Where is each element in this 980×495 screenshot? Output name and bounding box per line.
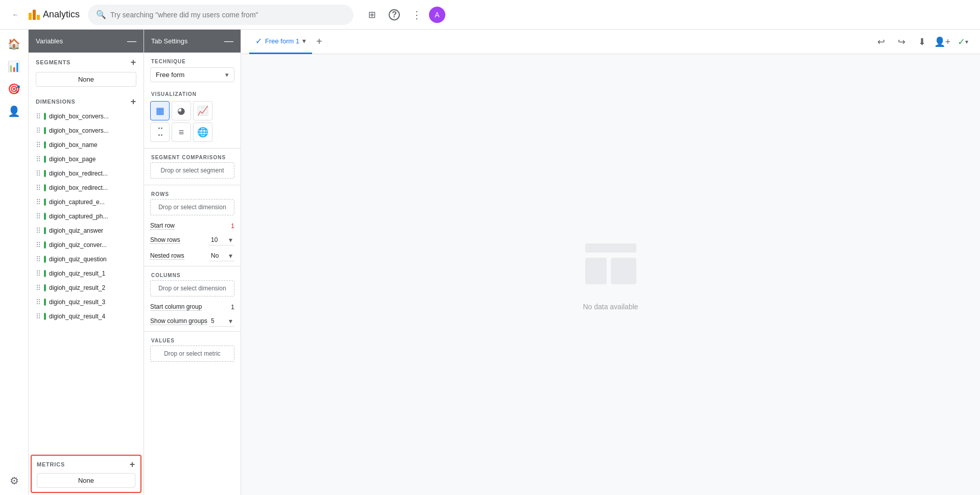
segment-drop-zone[interactable]: Drop or select segment <box>150 162 234 179</box>
dimension-list-item[interactable]: ⠿ digioh_quiz_question <box>29 252 144 266</box>
show-col-groups-dropdown[interactable]: 5 ▾ <box>209 316 234 327</box>
sidebar-user-button[interactable]: 👤 <box>4 101 25 121</box>
dimension-list-item[interactable]: ⠿ digioh_quiz_conver... <box>29 238 144 252</box>
more-menu-button[interactable]: ⋮ <box>407 5 427 25</box>
drag-handle-icon: ⠿ <box>36 269 41 278</box>
dimension-list-item[interactable]: ⠿ digioh_box_page <box>29 152 144 166</box>
vis-funnel-button[interactable]: ≡ <box>172 122 191 142</box>
dimension-color-bar <box>44 113 46 120</box>
dimension-color-bar <box>44 141 46 148</box>
dimension-list-item[interactable]: ⠿ digioh_box_convers... <box>29 123 144 138</box>
rows-drop-zone[interactable]: Drop or select dimension <box>150 199 234 215</box>
drag-handle-icon: ⠿ <box>36 155 41 163</box>
dimension-list-item[interactable]: ⠿ digioh_box_redirect... <box>29 166 144 181</box>
tab-free-form-1[interactable]: ✓ Free form 1 ▾ <box>249 30 312 54</box>
avatar[interactable]: A <box>429 7 445 23</box>
show-rows-label: Show rows <box>150 236 180 244</box>
dimension-list-item[interactable]: ⠿ digioh_quiz_result_2 <box>29 281 144 295</box>
technique-value: Free form <box>156 71 184 79</box>
columns-drop-zone[interactable]: Drop or select dimension <box>150 280 234 296</box>
dimension-list-item[interactable]: ⠿ digioh_captured_ph... <box>29 209 144 224</box>
share-button[interactable]: 👤+ <box>933 33 951 51</box>
publish-button[interactable]: ✓ ▾ <box>953 33 972 51</box>
segments-section-header: SEGMENTS + <box>29 53 144 70</box>
app-title: Analytics <box>43 9 80 20</box>
help-icon: ? <box>389 9 400 20</box>
segments-add-button[interactable]: + <box>131 58 136 67</box>
search-input[interactable] <box>110 11 345 19</box>
sidebar-target-button[interactable]: 🎯 <box>4 79 25 99</box>
back-button[interactable]: ← <box>6 6 25 24</box>
vis-pie-button[interactable]: ◕ <box>172 101 191 120</box>
empty-state: No data available <box>241 54 980 495</box>
nested-rows-dropdown[interactable]: No ▾ <box>209 251 234 261</box>
dimension-label: digioh_quiz_result_1 <box>49 270 105 277</box>
show-rows-dropdown[interactable]: 10 ▾ <box>209 235 234 245</box>
sidebar-settings-button[interactable]: ⚙ <box>4 471 25 491</box>
variables-panel-header: Variables — <box>29 30 144 53</box>
start-col-group-label: Start column group <box>150 303 202 311</box>
dimensions-list: ⠿ digioh_box_convers... ⠿ digioh_box_con… <box>29 109 144 453</box>
empty-icon <box>578 238 644 294</box>
logo-bar-3 <box>37 15 40 20</box>
help-button[interactable]: ? <box>384 5 404 25</box>
dimensions-add-button[interactable]: + <box>131 97 136 106</box>
add-tab-button[interactable]: + <box>314 34 324 50</box>
metrics-add-button[interactable]: + <box>130 460 135 469</box>
dimension-list-item[interactable]: ⠿ digioh_box_convers... <box>29 109 144 123</box>
dimension-label: digioh_captured_e... <box>49 199 105 206</box>
drag-handle-icon: ⠿ <box>36 141 41 149</box>
values-drop-zone[interactable]: Drop or select metric <box>150 345 234 362</box>
dimension-list-item[interactable]: ⠿ digioh_quiz_result_1 <box>29 266 144 281</box>
dimension-label: digioh_box_page <box>49 156 95 163</box>
dimension-color-bar <box>44 184 46 191</box>
chart-bar-icon: 📊 <box>8 60 20 72</box>
dimension-color-bar <box>44 270 46 277</box>
vis-scatter-button[interactable]: ⁚⁚ <box>150 122 170 142</box>
variables-panel: Variables — SEGMENTS + None DIMENSIONS +… <box>29 30 144 495</box>
dimension-label: digioh_box_redirect... <box>49 184 108 191</box>
sidebar-home-button[interactable]: 🏠 <box>4 34 25 54</box>
technique-dropdown[interactable]: Free form ▾ <box>150 67 234 82</box>
tab-actions-right: ↩ ↪ ⬇ 👤+ ✓ ▾ <box>872 33 972 51</box>
dimension-list-item[interactable]: ⠿ digioh_box_name <box>29 138 144 152</box>
variables-minimize-icon[interactable]: — <box>127 36 136 46</box>
empty-icon-block1 <box>585 258 607 284</box>
redo-button[interactable]: ↪ <box>892 33 911 51</box>
dimension-list-item[interactable]: ⠿ digioh_quiz_result_3 <box>29 295 144 309</box>
dimension-label: digioh_quiz_conver... <box>49 241 107 249</box>
home-icon: 🏠 <box>8 38 20 50</box>
tab-settings-minimize-icon[interactable]: — <box>224 36 233 46</box>
vis-globe-button[interactable]: 🌐 <box>193 122 212 142</box>
no-data-text: No data available <box>583 303 638 311</box>
sidebar-chart-button[interactable]: 📊 <box>4 56 25 77</box>
topbar-actions: ⊞ ? ⋮ A <box>362 5 445 25</box>
start-row-row: Start row 1 <box>144 219 241 232</box>
nested-rows-label: Nested rows <box>150 252 184 260</box>
dimension-list-item[interactable]: ⠿ digioh_box_redirect... <box>29 181 144 195</box>
segment-none-button[interactable]: None <box>36 72 136 87</box>
download-icon: ⬇ <box>918 36 926 47</box>
drag-handle-icon: ⠿ <box>36 241 41 249</box>
dimension-label: digioh_quiz_result_4 <box>49 313 105 320</box>
apps-icon: ⊞ <box>368 9 376 20</box>
start-row-label: Start row <box>150 222 175 230</box>
dimension-color-bar <box>44 213 46 220</box>
divider-4 <box>144 331 241 332</box>
vis-table-button[interactable]: ▦ <box>150 101 170 120</box>
dimension-label: digioh_quiz_result_2 <box>49 284 105 291</box>
apps-button[interactable]: ⊞ <box>362 5 382 25</box>
search-bar[interactable]: 🔍 <box>88 5 353 25</box>
divider-3 <box>144 266 241 266</box>
dimension-color-bar <box>44 156 46 163</box>
more-vert-icon: ⋮ <box>412 9 422 21</box>
dimension-list-item[interactable]: ⠿ digioh_quiz_result_4 <box>29 309 144 324</box>
undo-button[interactable]: ↩ <box>872 33 890 51</box>
tab-dropdown-icon[interactable]: ▾ <box>302 37 306 45</box>
dimension-label: digioh_quiz_answer <box>49 227 103 234</box>
download-button[interactable]: ⬇ <box>913 33 931 51</box>
show-rows-row: Show rows 10 ▾ <box>144 232 241 248</box>
vis-line-button[interactable]: 📈 <box>193 101 212 120</box>
dimension-list-item[interactable]: ⠿ digioh_captured_e... <box>29 195 144 209</box>
dimension-list-item[interactable]: ⠿ digioh_quiz_answer <box>29 224 144 238</box>
